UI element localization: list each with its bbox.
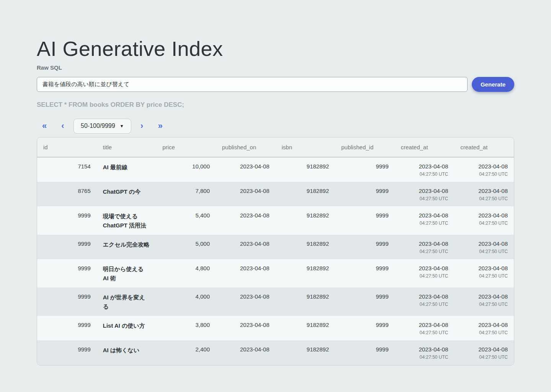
chevrons-left-icon: « xyxy=(42,121,47,131)
results-table-container: id title price published_on isbn publish… xyxy=(37,137,514,365)
created-at-date: 2023-04-08 xyxy=(460,240,508,248)
created-at-time: 04:27:50 UTC xyxy=(401,330,448,336)
price-cell: 5,400 xyxy=(156,206,216,235)
created-at-date: 2023-04-08 xyxy=(401,240,448,248)
price-cell: 5,000 xyxy=(156,235,216,259)
generate-button[interactable]: Generate xyxy=(472,77,514,92)
published-id-cell: 9999 xyxy=(335,259,395,287)
column-header-created-at-2: created_at xyxy=(454,137,514,157)
chevron-left-icon: ‹ xyxy=(61,121,64,131)
created-at-date: 2023-04-08 xyxy=(401,265,448,272)
id-cell: 9999 xyxy=(37,259,97,287)
created-at-time: 04:27:50 UTC xyxy=(460,249,508,255)
created-at-2-cell: 2023-04-08 04:27:50 UTC xyxy=(454,182,514,206)
table-row: 9999 エクセル完全攻略 5,000 2023-04-08 9182892 9… xyxy=(37,235,514,259)
generated-sql-text: SELECT * FROM books ORDER BY price DESC; xyxy=(37,101,514,109)
created-at-2-cell: 2023-04-08 04:27:50 UTC xyxy=(454,340,514,365)
created-at-date: 2023-04-08 xyxy=(401,321,448,329)
created-at-cell: 2023-04-08 04:27:50 UTC xyxy=(395,235,455,259)
title-cell: ChatGPT の今 xyxy=(97,182,156,206)
created-at-time: 04:27:50 UTC xyxy=(460,354,508,361)
price-cell: 10,000 xyxy=(156,157,216,182)
created-at-time: 04:27:50 UTC xyxy=(460,302,508,308)
created-at-date: 2023-04-08 xyxy=(460,321,508,329)
published-on-cell: 2023-04-08 xyxy=(216,340,276,365)
created-at-cell: 2023-04-08 04:27:50 UTC xyxy=(395,259,455,287)
price-cell: 4,000 xyxy=(156,287,216,316)
created-at-cell: 2023-04-08 04:27:50 UTC xyxy=(395,316,455,340)
isbn-cell: 9182892 xyxy=(276,182,335,206)
id-cell: 9999 xyxy=(37,287,97,316)
created-at-date: 2023-04-08 xyxy=(460,163,508,170)
created-at-date: 2023-04-08 xyxy=(460,265,508,272)
table-row: 9999 AI は怖くない 2,400 2023-04-08 9182892 9… xyxy=(37,340,514,365)
published-id-cell: 9999 xyxy=(335,316,395,340)
created-at-date: 2023-04-08 xyxy=(460,293,508,301)
pagination: « ‹ 50-100/9999 ▼ › » xyxy=(37,118,514,134)
table-row: 9999 AI が世界を変える 4,000 2023-04-08 9182892… xyxy=(37,287,514,316)
table-header-row: id title price published_on isbn publish… xyxy=(37,137,514,157)
created-at-time: 04:27:50 UTC xyxy=(401,354,448,361)
created-at-time: 04:27:50 UTC xyxy=(460,172,508,178)
isbn-cell: 9182892 xyxy=(276,287,335,316)
page: AI Generative Index Raw SQL Generate SEL… xyxy=(0,0,551,366)
title-cell: エクセル完全攻略 xyxy=(97,235,156,259)
first-page-button[interactable]: « xyxy=(37,118,52,134)
id-cell: 9999 xyxy=(37,235,97,259)
table-row: 8765 ChatGPT の今 7,800 2023-04-08 9182892… xyxy=(37,182,514,206)
column-header-title: title xyxy=(97,137,156,157)
title-cell: AI が世界を変える xyxy=(97,287,156,316)
table-row: 7154 AI 最前線 10,000 2023-04-08 9182892 99… xyxy=(37,157,514,182)
last-page-button[interactable]: » xyxy=(153,118,168,134)
sql-prompt-input[interactable] xyxy=(37,77,468,92)
created-at-date: 2023-04-08 xyxy=(401,293,448,301)
chevron-down-icon: ▼ xyxy=(120,124,124,128)
created-at-cell: 2023-04-08 04:27:50 UTC xyxy=(395,340,455,365)
created-at-time: 04:27:50 UTC xyxy=(401,172,448,178)
published-id-cell: 9999 xyxy=(335,182,395,206)
page-range-label: 50-100/9999 xyxy=(81,122,115,129)
column-header-price: price xyxy=(156,137,216,157)
price-cell: 3,800 xyxy=(156,316,216,340)
created-at-cell: 2023-04-08 04:27:50 UTC xyxy=(395,182,455,206)
next-page-button[interactable]: › xyxy=(134,118,150,134)
table-row: 9999 List AI の使い方 3,800 2023-04-08 91828… xyxy=(37,316,514,340)
published-on-cell: 2023-04-08 xyxy=(216,287,276,316)
created-at-time: 04:27:50 UTC xyxy=(401,220,448,227)
published-id-cell: 9999 xyxy=(335,206,395,235)
prev-page-button[interactable]: ‹ xyxy=(55,118,70,134)
created-at-cell: 2023-04-08 04:27:50 UTC xyxy=(395,287,455,316)
created-at-date: 2023-04-08 xyxy=(460,187,508,195)
created-at-date: 2023-04-08 xyxy=(401,212,448,219)
raw-sql-label: Raw SQL xyxy=(37,64,514,71)
created-at-2-cell: 2023-04-08 04:27:50 UTC xyxy=(454,206,514,235)
page-title: AI Generative Index xyxy=(37,37,514,60)
created-at-time: 04:27:50 UTC xyxy=(401,196,448,202)
created-at-2-cell: 2023-04-08 04:27:50 UTC xyxy=(454,316,514,340)
created-at-date: 2023-04-08 xyxy=(401,187,448,195)
id-cell: 8765 xyxy=(37,182,97,206)
created-at-2-cell: 2023-04-08 04:27:50 UTC xyxy=(454,287,514,316)
created-at-date: 2023-04-08 xyxy=(460,346,508,353)
created-at-time: 04:27:50 UTC xyxy=(460,330,508,336)
column-header-published-on: published_on xyxy=(216,137,276,157)
id-cell: 9999 xyxy=(37,316,97,340)
page-range-dropdown[interactable]: 50-100/9999 ▼ xyxy=(73,119,131,134)
title-cell: 明日から使える AI 術 xyxy=(97,259,156,287)
isbn-cell: 9182892 xyxy=(276,235,335,259)
column-header-id: id xyxy=(37,137,97,157)
created-at-time: 04:27:50 UTC xyxy=(460,220,508,227)
published-on-cell: 2023-04-08 xyxy=(216,235,276,259)
created-at-cell: 2023-04-08 04:27:50 UTC xyxy=(395,206,455,235)
id-cell: 9999 xyxy=(37,340,97,365)
created-at-cell: 2023-04-08 04:27:50 UTC xyxy=(395,157,455,182)
published-on-cell: 2023-04-08 xyxy=(216,182,276,206)
column-header-isbn: isbn xyxy=(276,137,335,157)
isbn-cell: 9182892 xyxy=(276,206,335,235)
published-on-cell: 2023-04-08 xyxy=(216,259,276,287)
price-cell: 4,800 xyxy=(156,259,216,287)
column-header-published-id: published_id xyxy=(335,137,395,157)
published-on-cell: 2023-04-08 xyxy=(216,157,276,182)
published-id-cell: 9999 xyxy=(335,340,395,365)
table-row: 9999 明日から使える AI 術 4,800 2023-04-08 91828… xyxy=(37,259,514,287)
